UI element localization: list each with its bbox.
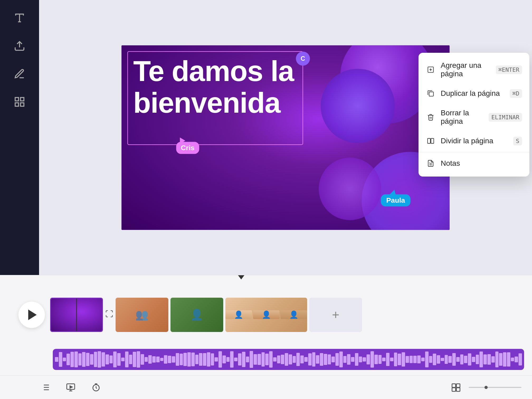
- waveform-bar: [320, 353, 323, 366]
- waveform-bar: [246, 357, 249, 363]
- waveform-bar: [262, 352, 265, 367]
- waveform-bar: [402, 352, 405, 367]
- add-slide-button[interactable]: +: [309, 298, 362, 332]
- toolbar-right: [450, 381, 521, 394]
- waveform-bar: [491, 356, 495, 363]
- thumbnail-1[interactable]: [50, 298, 103, 332]
- waveform: [53, 349, 524, 370]
- waveform-bar: [183, 353, 187, 366]
- cris-cursor: Cris: [176, 137, 199, 154]
- merge-icon[interactable]: [105, 309, 113, 320]
- grid-icon[interactable]: [12, 94, 27, 109]
- upload-icon[interactable]: [12, 39, 27, 53]
- waveform-bar: [363, 357, 366, 362]
- zoom-handle[interactable]: [484, 386, 488, 389]
- waveform-bar: [339, 352, 343, 367]
- waveform-bar: [479, 352, 483, 367]
- svg-rect-23: [457, 388, 460, 391]
- waveform-bar: [304, 357, 308, 362]
- waveform-bar: [355, 353, 358, 366]
- bg-bubble-2: [321, 69, 395, 143]
- waveform-bar: [102, 352, 105, 367]
- svg-rect-6: [429, 92, 433, 96]
- waveform-bar: [452, 353, 456, 366]
- waveform-bar: [382, 358, 386, 361]
- waveform-bar: [226, 357, 230, 362]
- slide-title[interactable]: Te damos la bienvenida: [133, 55, 301, 118]
- waveform-bar: [390, 358, 393, 362]
- waveform-bar: [141, 354, 144, 365]
- canvas-area: C Te damos la bienvenida Cris Paula: [39, 0, 532, 275]
- waveform-bar: [63, 358, 66, 362]
- waveform-bar: [406, 356, 409, 363]
- menu-item-duplicate-page[interactable]: Duplicar la página ⌘D: [419, 83, 529, 103]
- thumbnail-2[interactable]: 👥: [116, 298, 168, 332]
- layout-view-icon[interactable]: [450, 381, 462, 394]
- waveform-bar: [351, 357, 354, 362]
- svg-rect-8: [431, 139, 434, 144]
- waveform-bar: [242, 352, 245, 367]
- notes-list-icon[interactable]: [39, 381, 52, 394]
- waveform-bar: [347, 354, 350, 365]
- waveform-bar: [515, 357, 518, 362]
- waveform-bar: [331, 357, 335, 362]
- thumb-2-bg: 👥: [116, 298, 168, 332]
- waveform-bar: [437, 355, 440, 363]
- duplicate-page-label: Duplicar la página: [441, 89, 505, 98]
- waveform-bar: [374, 355, 378, 364]
- waveform-bar: [187, 352, 191, 366]
- timer-icon[interactable]: [90, 381, 102, 394]
- menu-item-notes[interactable]: Notas: [419, 153, 529, 173]
- waveform-bar: [293, 356, 296, 363]
- waveform-bar: [133, 352, 136, 367]
- waveform-bar: [98, 351, 101, 367]
- waveform-bar: [164, 355, 167, 363]
- waveform-bar: [254, 354, 257, 365]
- waveform-bar: [273, 357, 277, 362]
- svg-rect-21: [457, 384, 460, 387]
- svg-rect-2: [21, 98, 24, 101]
- menu-item-delete-page[interactable]: Borrar la página ELIMINAR: [419, 103, 529, 131]
- svg-rect-4: [21, 103, 24, 106]
- slide-title-line1: Te damos la: [133, 55, 301, 87]
- slide-canvas[interactable]: C Te damos la bienvenida Cris Paula: [121, 45, 449, 230]
- menu-item-add-page[interactable]: Agregar una página ⌘ENTER: [419, 56, 529, 83]
- waveform-bar: [398, 354, 401, 365]
- waveform-bar: [429, 356, 433, 363]
- waveform-bar: [199, 353, 202, 365]
- draw-icon[interactable]: [12, 66, 27, 81]
- play-icon: [28, 310, 37, 320]
- zoom-slider[interactable]: [469, 387, 521, 388]
- waveform-bar: [370, 351, 374, 367]
- waveform-bar: [59, 352, 62, 367]
- waveform-bar: [421, 358, 425, 361]
- svg-rect-22: [452, 388, 456, 391]
- menu-item-split-page[interactable]: Dividir la página S: [419, 131, 529, 151]
- waveform-bar: [433, 354, 436, 365]
- waveform-bar: [343, 356, 347, 363]
- waveform-bar: [511, 358, 514, 361]
- sidebar: [0, 0, 39, 275]
- play-button[interactable]: [18, 302, 45, 328]
- add-slide-icon: +: [332, 307, 339, 322]
- waveform-bar: [137, 351, 140, 367]
- thumbnail-3[interactable]: 👤: [170, 298, 223, 332]
- thumbnail-4[interactable]: 👤 👤 👤: [225, 298, 307, 332]
- playhead-marker: [238, 275, 244, 279]
- waveform-bar: [476, 355, 479, 364]
- waveform-bar: [289, 354, 292, 365]
- waveform-bar: [308, 353, 312, 365]
- waveform-bar: [211, 353, 214, 365]
- split-page-label: Dividir la página: [441, 137, 508, 145]
- waveform-bar: [78, 353, 82, 366]
- text-tool-icon[interactable]: [12, 11, 27, 25]
- preview-play-icon[interactable]: [64, 381, 77, 394]
- waveform-bar: [86, 353, 89, 366]
- waveform-bar: [218, 351, 222, 367]
- waveform-bar: [70, 352, 74, 367]
- svg-rect-7: [428, 139, 430, 144]
- bottom-toolbar: [0, 375, 532, 399]
- waveform-bar: [445, 355, 448, 364]
- thumb-3-bg: 👤: [170, 298, 223, 332]
- waveform-bar: [441, 358, 444, 361]
